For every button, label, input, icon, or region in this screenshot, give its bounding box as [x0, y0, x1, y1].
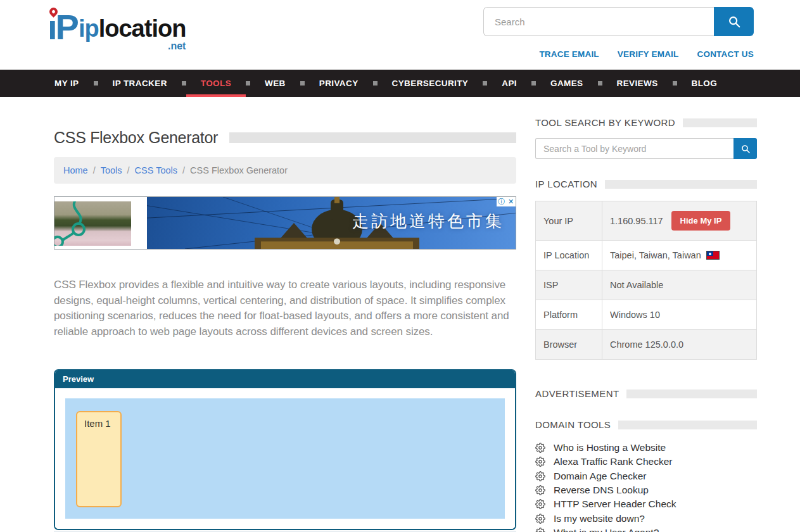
ad-info-icon[interactable]: ⓘ [497, 197, 506, 206]
tool-search-heading: TOOL SEARCH BY KEYWORD [535, 117, 757, 128]
ip-location-table: Your IP 1.160.95.117 Hide My IP IP Locat… [535, 201, 757, 360]
verify-email-link[interactable]: VERIFY EMAIL [618, 49, 679, 59]
search-icon [740, 144, 751, 154]
list-item: Reverse DNS Lookup [535, 483, 757, 497]
who-is-hosting-link[interactable]: Who is Hosting a Website [554, 442, 666, 453]
row-value-cell: Chrome 125.0.0.0 [602, 330, 757, 360]
trace-email-link[interactable]: TRACE EMAIL [539, 49, 599, 59]
ip-location-heading: IP LOCATION [535, 179, 757, 189]
row-label: Your IP [536, 201, 602, 241]
ip-location-value: Taipei, Taiwan, Taiwan [610, 250, 701, 260]
gear-icon [535, 471, 545, 481]
nav-item-api[interactable]: API [487, 70, 531, 97]
nav-item-blog[interactable]: BLOG [677, 70, 732, 97]
list-item: Alexa Traffic Rank Checker [535, 455, 757, 469]
http-server-header-link[interactable]: HTTP Server Header Check [554, 498, 676, 510]
heading-decorative-bar [626, 390, 757, 398]
row-label: Browser [536, 330, 602, 360]
row-value-cell: Windows 10 [602, 300, 757, 330]
nav-item-privacy[interactable]: PRIVACY [305, 70, 373, 97]
tool-search-input[interactable] [535, 138, 733, 159]
row-value-cell: Not Available [602, 270, 757, 300]
tool-search-button[interactable] [733, 138, 757, 159]
hide-my-ip-button[interactable]: Hide My IP [671, 211, 731, 231]
site-search-input[interactable] [483, 7, 714, 36]
logo-mark: ıP [48, 8, 77, 47]
ad-thumbnail-image[interactable] [54, 201, 131, 246]
row-label: ISP [536, 270, 602, 300]
sidebar: TOOL SEARCH BY KEYWORD IP LOCATION Your … [535, 97, 757, 532]
ip-location-heading-text: IP LOCATION [535, 179, 597, 189]
tool-description: CSS Flexbox provides a flexible and intu… [54, 277, 516, 340]
what-is-my-user-agent-link[interactable]: What is my User Agent? [554, 527, 659, 532]
breadcrumb-tools-link[interactable]: Tools [101, 165, 122, 175]
row-value-cell: 1.160.95.117 Hide My IP [602, 201, 757, 241]
list-item: HTTP Server Header Check [535, 497, 757, 511]
table-row: Your IP 1.160.95.117 Hide My IP [536, 201, 757, 241]
domain-tools-list: Who is Hosting a Website Alexa Traffic R… [535, 441, 757, 532]
ad-banner[interactable]: 走訪地道特色市集 ⓘ ✕ [54, 196, 516, 250]
list-item: Domain Age Checker [535, 469, 757, 483]
domain-age-checker-link[interactable]: Domain Age Checker [554, 471, 646, 482]
header-right: TRACE EMAIL VERIFY EMAIL CONTACT US [483, 5, 754, 70]
breadcrumb: Home/Tools/CSS Tools/CSS Flexbox Generat… [54, 157, 516, 184]
site-search-button[interactable] [714, 7, 754, 36]
search-icon [727, 15, 741, 28]
advertisement-heading-text: ADVERTISEMENT [535, 388, 619, 399]
title-row: CSS Flexbox Generator [54, 129, 516, 147]
nav-separator [531, 81, 536, 86]
logo-word-ip: ip [79, 15, 99, 42]
breadcrumb-separator: / [127, 165, 130, 175]
gear-icon [535, 457, 545, 467]
platform-value: Windows 10 [610, 310, 660, 320]
list-item: Who is Hosting a Website [535, 441, 757, 455]
nav-item-web[interactable]: WEB [250, 70, 300, 97]
row-label: Platform [536, 300, 602, 330]
table-row: Browser Chrome 125.0.0.0 [536, 330, 757, 360]
nav-separator [483, 81, 487, 86]
nav-separator [94, 81, 98, 86]
breadcrumb-home-link[interactable]: Home [63, 165, 88, 175]
gear-icon [535, 499, 545, 509]
breadcrumb-separator: / [182, 165, 185, 175]
table-row: IP Location Taipei, Taiwan, Taiwan [536, 241, 757, 270]
nav-item-my-ip[interactable]: MY IP [54, 70, 94, 97]
header-links: TRACE EMAIL VERIFY EMAIL CONTACT US [483, 49, 754, 59]
alexa-traffic-rank-link[interactable]: Alexa Traffic Rank Checker [554, 456, 673, 467]
gear-icon [535, 528, 545, 532]
preview-panel-header: Preview [55, 370, 515, 388]
nav-separator [373, 81, 378, 86]
breadcrumb-separator: / [93, 165, 96, 175]
breadcrumb-current: CSS Flexbox Generator [190, 165, 288, 175]
isp-value: Not Available [610, 280, 663, 290]
nav-separator [182, 81, 186, 86]
ad-choices: ⓘ ✕ [497, 197, 516, 206]
is-my-website-down-link[interactable]: Is my website down? [554, 513, 645, 524]
browser-value: Chrome 125.0.0.0 [610, 339, 683, 350]
main-nav: MY IP IP TRACKER TOOLS WEB PRIVACY CYBER… [0, 70, 800, 97]
site-logo[interactable]: ıP iplocation .net [48, 8, 186, 70]
nav-item-reviews[interactable]: REVIEWS [602, 70, 673, 97]
ad-route-graphic [54, 201, 131, 246]
title-decorative-bar [229, 132, 516, 143]
flex-preview-item[interactable]: Item 1 [76, 411, 122, 507]
ad-main-image[interactable]: 走訪地道特色市集 [147, 197, 516, 249]
list-item: What is my User Agent? [535, 526, 757, 532]
breadcrumb-css-tools-link[interactable]: CSS Tools [135, 165, 177, 175]
ad-close-icon[interactable]: ✕ [506, 197, 516, 206]
nav-item-games[interactable]: GAMES [536, 70, 598, 97]
nav-item-cybersecurity[interactable]: CYBERSECURITY [378, 70, 483, 97]
gear-icon [535, 514, 545, 524]
contact-us-link[interactable]: CONTACT US [697, 49, 754, 59]
tool-search-heading-text: TOOL SEARCH BY KEYWORD [535, 117, 675, 128]
heading-decorative-bar [618, 421, 757, 429]
table-row: Platform Windows 10 [536, 300, 757, 330]
nav-separator [300, 81, 305, 86]
nav-item-tools[interactable]: TOOLS [186, 70, 246, 97]
nav-item-ip-tracker[interactable]: IP TRACKER [98, 70, 182, 97]
preview-panel-body: Item 1 [55, 388, 515, 529]
domain-tools-heading-text: DOMAIN TOOLS [535, 419, 611, 430]
reverse-dns-lookup-link[interactable]: Reverse DNS Lookup [554, 484, 649, 496]
gear-icon [535, 443, 545, 453]
content-wrapper: CSS Flexbox Generator Home/Tools/CSS Too… [0, 97, 800, 532]
